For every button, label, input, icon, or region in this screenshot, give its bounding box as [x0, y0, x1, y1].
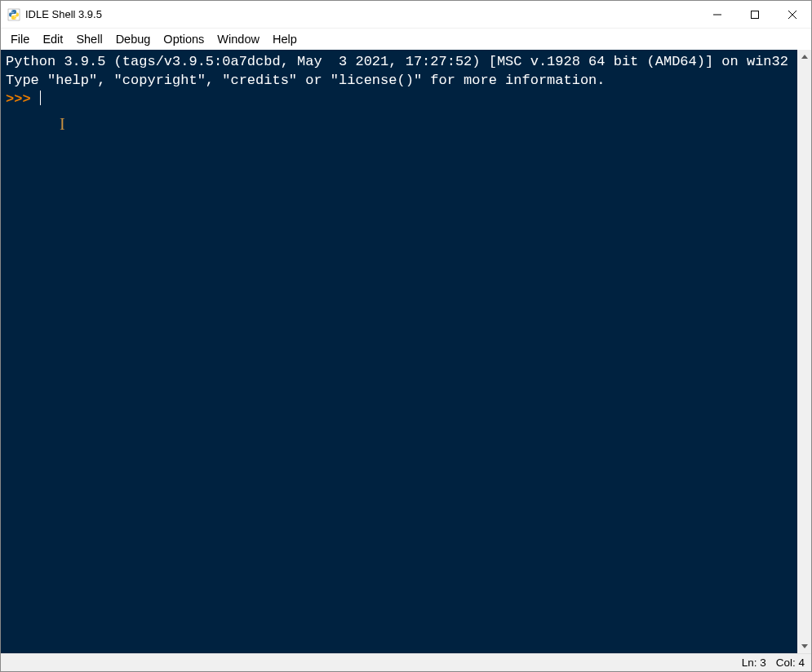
text-caret	[40, 91, 41, 105]
scroll-track[interactable]	[797, 64, 811, 639]
maximize-icon	[751, 11, 759, 19]
svg-point-2	[15, 18, 16, 19]
vertical-scrollbar[interactable]	[797, 50, 811, 653]
banner-line-2: Type "help", "copyright", "credits" or "…	[6, 73, 606, 88]
editor-container: Python 3.9.5 (tags/v3.9.5:0a7dcbd, May 3…	[1, 50, 811, 653]
statusbar: Ln: 3 Col: 4	[1, 653, 811, 671]
menu-edit[interactable]: Edit	[36, 31, 69, 47]
menu-help[interactable]: Help	[266, 31, 304, 47]
maximize-button[interactable]	[736, 1, 774, 28]
menu-options[interactable]: Options	[157, 31, 211, 47]
minimize-button[interactable]	[699, 1, 736, 28]
close-button[interactable]	[774, 1, 811, 28]
python-icon	[7, 8, 20, 21]
minimize-icon	[713, 11, 721, 19]
titlebar[interactable]: IDLE Shell 3.9.5	[1, 1, 811, 29]
app-window: IDLE Shell 3.9.5 File Edit	[0, 0, 812, 672]
ibeam-cursor-icon: I	[60, 113, 65, 135]
title-left: IDLE Shell 3.9.5	[1, 8, 699, 21]
menu-debug[interactable]: Debug	[109, 31, 158, 47]
menubar: File Edit Shell Debug Options Window Hel…	[1, 29, 811, 50]
menu-shell[interactable]: Shell	[69, 31, 109, 47]
menu-file[interactable]: File	[4, 31, 36, 47]
window-controls	[699, 1, 811, 28]
svg-point-1	[11, 10, 12, 11]
status-col: Col: 4	[776, 657, 805, 669]
window-title: IDLE Shell 3.9.5	[25, 8, 102, 20]
svg-rect-4	[752, 11, 759, 18]
status-line: Ln: 3	[742, 657, 766, 669]
scroll-down-arrow-icon[interactable]	[797, 639, 811, 653]
shell-editor[interactable]: Python 3.9.5 (tags/v3.9.5:0a7dcbd, May 3…	[1, 50, 797, 653]
banner-line-1: Python 3.9.5 (tags/v3.9.5:0a7dcbd, May 3…	[6, 54, 788, 69]
menu-window[interactable]: Window	[211, 31, 266, 47]
close-icon	[788, 11, 796, 19]
shell-prompt: >>>	[6, 91, 39, 107]
scroll-up-arrow-icon[interactable]	[797, 50, 811, 64]
